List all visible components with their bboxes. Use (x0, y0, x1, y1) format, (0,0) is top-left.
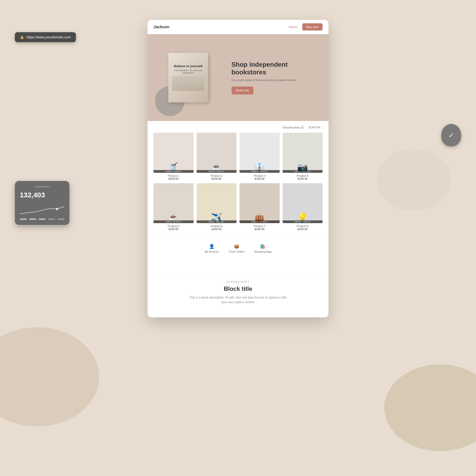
lock-icon: 🔒 (20, 35, 24, 39)
stats-chart (20, 202, 64, 216)
products-grid-row2: ☕ SAMPLE PRODUCT Product 5 $199.00 ✈️ SA… (153, 183, 323, 231)
nav-home-link[interactable]: Home (289, 25, 297, 29)
footer-nav-item[interactable]: 👤 My Account (205, 244, 219, 253)
product-image: 👜 SAMPLE PRODUCT (239, 183, 280, 223)
product-price: $199.00 (211, 177, 221, 180)
stats-number: 132,403 (20, 191, 64, 199)
hero-subheading: For a wide range of literary genres and … (232, 79, 324, 82)
footer-nav-label: My Account (205, 250, 219, 253)
stats-dot (58, 218, 64, 220)
bg-shape-left (0, 327, 99, 426)
products-section: Shopping Bag (0) SORT BY ↓ 🥤 SAMPLE PROD… (148, 121, 328, 238)
product-price: $199.00 (298, 177, 307, 180)
product-price: $199.00 (298, 228, 307, 231)
footer-nav-icon: 🛍️ (260, 244, 266, 249)
product-badge: SAMPLE PRODUCT (283, 170, 323, 173)
product-badge: SAMPLE PRODUCT (153, 220, 194, 223)
shopping-bag-label[interactable]: Shopping Bag (0) (282, 126, 304, 129)
product-card[interactable]: 💡 SAMPLE PRODUCT Product 8 $199.00 (283, 183, 323, 231)
product-price: $199.00 (211, 228, 221, 231)
block-section: SUPERSCRIPT Block title This is a block … (148, 273, 328, 312)
svg-point-0 (56, 208, 58, 210)
hero-section: Believe in yourself Your limitation—it's… (148, 34, 328, 121)
stats-card: 132,403 (15, 181, 69, 225)
hero-left: Believe in yourself Your limitation—it's… (148, 48, 229, 107)
stats-dot (20, 218, 27, 220)
product-image: 👔 SAMPLE PRODUCT (239, 133, 280, 173)
product-image: ✈️ SAMPLE PRODUCT (197, 183, 237, 223)
section-divider (148, 258, 328, 273)
product-badge: SAMPLE PRODUCT (283, 220, 323, 223)
block-description: This is a block description. To edit, cl… (188, 295, 288, 305)
stats-card-handle (35, 186, 50, 187)
product-price: $199.00 (169, 228, 178, 231)
bg-shape-top-right (377, 149, 451, 211)
product-image: 💡 SAMPLE PRODUCT (283, 183, 323, 223)
footer-nav-item[interactable]: 🛍️ Shopping Bag (254, 244, 271, 253)
browser-window: Jackson Home Buy now Believe in yourself… (148, 20, 328, 317)
footer-nav: 👤 My Account 📦 Track Orders 🛍️ Shopping … (148, 238, 328, 258)
product-name: Product 7 (254, 225, 265, 228)
hero-cta-button[interactable]: Book now (232, 87, 254, 94)
product-badge: SAMPLE PRODUCT (239, 220, 280, 223)
url-bar: 🔒 https://www.yourdomain.com (15, 32, 76, 42)
hero-book: Believe in yourself Your limitation—it's… (168, 53, 208, 102)
product-name: Product 3 (254, 174, 265, 177)
stats-dot (39, 218, 46, 220)
product-badge: SAMPLE PRODUCT (197, 220, 237, 223)
product-name: Product 1 (168, 174, 179, 177)
block-title: Block title (153, 285, 323, 292)
product-card[interactable]: ✈️ SAMPLE PRODUCT Product 6 $199.00 (197, 183, 237, 231)
product-card[interactable]: 📷 SAMPLE PRODUCT Product 4 $199.00 (283, 133, 323, 180)
product-name: Product 4 (297, 174, 308, 177)
nav-links: Home Buy now (289, 23, 323, 30)
bg-shape-right (384, 364, 476, 451)
footer-nav-label: Track Orders (229, 250, 244, 253)
products-grid-row1: 🥤 SAMPLE PRODUCT Product 1 $199.00 ☕ SAM… (153, 133, 323, 180)
product-card[interactable]: 👜 SAMPLE PRODUCT Product 7 $199.00 (239, 183, 280, 231)
product-price: $199.00 (255, 177, 265, 180)
sort-by-label[interactable]: SORT BY ↓ (309, 126, 323, 129)
footer-nav-icon: 📦 (234, 244, 239, 249)
buy-now-button[interactable]: Buy now (302, 23, 323, 30)
product-card[interactable]: ☕ SAMPLE PRODUCT Product 5 $199.00 (153, 183, 194, 231)
book-image (172, 76, 204, 91)
product-image: 🥤 SAMPLE PRODUCT (153, 133, 194, 173)
product-badge: SAMPLE PRODUCT (239, 170, 280, 173)
stats-dots (20, 218, 64, 220)
product-card[interactable]: 👔 SAMPLE PRODUCT Product 3 $199.00 (239, 133, 280, 180)
product-price: $199.00 (255, 228, 265, 231)
check-icon: ✓ (448, 131, 454, 139)
product-name: Product 2 (211, 174, 222, 177)
product-price: $199.00 (169, 177, 178, 180)
url-text: https://www.yourdomain.com (27, 35, 71, 39)
product-badge: SAMPLE PRODUCT (197, 170, 237, 173)
product-image: ☕ SAMPLE PRODUCT (197, 133, 237, 173)
product-card[interactable]: ☕ SAMPLE PRODUCT Product 2 $199.00 (197, 133, 237, 180)
product-card[interactable]: 🥤 SAMPLE PRODUCT Product 1 $199.00 (153, 133, 194, 180)
stats-dot (48, 218, 55, 220)
product-name: Product 5 (168, 225, 179, 228)
security-badge: ✓ (441, 124, 461, 146)
site-logo: Jackson (153, 25, 169, 29)
footer-nav-icon: 👤 (209, 244, 214, 249)
hero-heading: Shop independent bookstores (232, 61, 324, 76)
stats-dot (29, 218, 36, 220)
product-image: 📷 SAMPLE PRODUCT (283, 133, 323, 173)
hero-right: Shop independent bookstores For a wide r… (229, 53, 329, 102)
product-badge: SAMPLE PRODUCT (153, 170, 194, 173)
browser-navbar: Jackson Home Buy now (148, 20, 328, 34)
product-image: ☕ SAMPLE PRODUCT (153, 183, 194, 223)
product-name: Product 8 (297, 225, 308, 228)
footer-nav-item[interactable]: 📦 Track Orders (229, 244, 244, 253)
product-name: Product 6 (211, 225, 222, 228)
book-title: Believe in yourself (174, 64, 203, 68)
footer-nav-label: Shopping Bag (254, 250, 271, 253)
products-header: Shopping Bag (0) SORT BY ↓ (153, 126, 323, 129)
book-subtitle: Your limitation—it's only your imaginati… (172, 69, 204, 74)
block-superscript: SUPERSCRIPT (153, 281, 323, 283)
